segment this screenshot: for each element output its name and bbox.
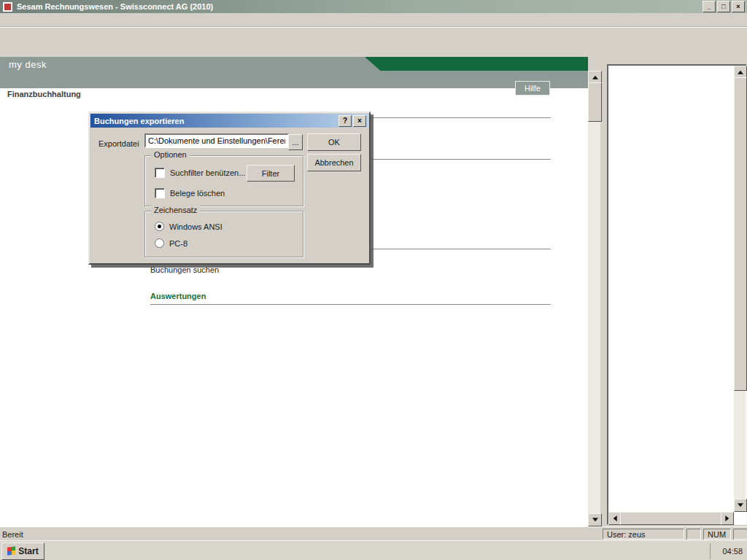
menu-bar xyxy=(0,13,747,27)
status-num-panel: NUM xyxy=(703,529,731,540)
suchfilter-row: Suchfilter benützen... xyxy=(155,168,245,178)
scrollbar-thumb[interactable] xyxy=(734,77,747,391)
navigation-tree xyxy=(609,66,734,512)
scroll-down-button[interactable] xyxy=(588,513,602,526)
sidebar-section-title: Finanzbuchhaltung xyxy=(7,90,81,98)
scrollbar-thumb[interactable] xyxy=(588,82,602,122)
dialog-close-button[interactable]: × xyxy=(353,115,366,127)
browse-button[interactable]: ... xyxy=(288,134,303,150)
banner-title: my desk xyxy=(9,59,47,70)
windows-ansi-radio[interactable] xyxy=(155,222,164,231)
suchfilter-label: Suchfilter benützen... xyxy=(170,168,245,177)
taskbar: Start 04:58 xyxy=(0,540,747,560)
export-file-input[interactable] xyxy=(144,133,289,148)
status-panel xyxy=(733,529,747,540)
app-icon xyxy=(2,1,13,12)
system-tray: 04:58 xyxy=(710,543,747,559)
status-panel xyxy=(686,529,701,540)
scroll-down-button[interactable] xyxy=(734,499,747,512)
pc8-row: PC-8 xyxy=(155,238,187,248)
ansi-row: Windows ANSI xyxy=(155,222,222,231)
buchungen-suchen-link[interactable]: Buchungen suchen xyxy=(150,265,219,274)
belege-row: Belege löschen xyxy=(155,188,225,198)
status-text: Bereit xyxy=(2,530,23,539)
maximize-button[interactable]: □ xyxy=(717,1,730,12)
banner-green-stripe xyxy=(365,57,588,71)
tree-vertical-scrollbar xyxy=(734,66,746,512)
charset-group-label: Zeichensatz xyxy=(151,206,200,214)
status-user-panel: User: zeus xyxy=(603,529,684,540)
window-titlebar: Sesam Rechnungswesen - Swissconnect AG (… xyxy=(0,0,747,13)
options-group: Optionen Suchfilter benützen... Filter B… xyxy=(144,155,303,206)
navigation-tree-panel xyxy=(607,64,747,525)
pc8-radio[interactable] xyxy=(155,238,164,248)
pc8-label: PC-8 xyxy=(169,239,187,248)
close-button[interactable]: × xyxy=(732,1,745,12)
toolbar xyxy=(0,27,747,55)
scroll-right-button[interactable] xyxy=(721,512,734,525)
status-bar: Bereit User: zeus NUM xyxy=(0,526,747,541)
dialog-controls: ? × xyxy=(338,115,366,127)
window-title: Sesam Rechnungswesen - Swissconnect AG (… xyxy=(17,2,213,11)
belege-checkbox[interactable] xyxy=(155,188,165,198)
cancel-button[interactable]: Abbrechen xyxy=(307,154,361,171)
ok-button[interactable]: OK xyxy=(307,133,361,151)
minimize-button[interactable]: _ xyxy=(703,1,716,12)
charset-group: Zeichensatz Windows ANSI PC-8 xyxy=(144,211,303,257)
filter-button[interactable]: Filter xyxy=(247,165,295,182)
export-file-label: Exportdatei xyxy=(98,139,139,148)
window-controls: _□× xyxy=(703,1,745,12)
screen: Sesam Rechnungswesen - Swissconnect AG (… xyxy=(0,0,747,560)
tree-horizontal-scrollbar xyxy=(608,512,734,524)
help-button[interactable]: Hilfe xyxy=(515,81,550,96)
auswertungen-heading: Auswertungen xyxy=(150,292,206,300)
dialog-titlebar: Buchungen exportieren ? × xyxy=(90,114,368,128)
windows-ansi-label: Windows ANSI xyxy=(169,222,222,231)
tray-clock: 04:58 xyxy=(720,547,743,556)
content-scrollbar xyxy=(588,71,600,526)
start-button[interactable]: Start xyxy=(1,542,44,560)
scrollbar-thumb[interactable] xyxy=(620,512,722,525)
buchungen-exportieren-dialog: Buchungen exportieren ? × Exportdatei ..… xyxy=(88,112,371,265)
belege-label: Belege löschen xyxy=(170,189,225,198)
dialog-help-button[interactable]: ? xyxy=(338,115,352,127)
options-group-label: Optionen xyxy=(151,150,190,159)
content-divider xyxy=(150,304,551,305)
dialog-title: Buchungen exportieren xyxy=(94,117,184,125)
start-label: Start xyxy=(18,546,38,556)
suchfilter-checkbox[interactable] xyxy=(155,168,165,178)
windows-flag-icon xyxy=(7,546,15,556)
